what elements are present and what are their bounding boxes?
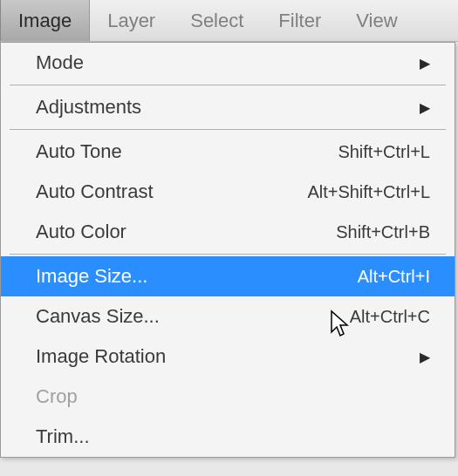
chevron-right-icon: ▶ — [420, 99, 430, 116]
menu-item-mode[interactable]: Mode ▶ — [1, 43, 455, 83]
menubar: Image Layer Select Filter View — [0, 0, 458, 42]
menu-item-auto-tone[interactable]: Auto Tone Shift+Ctrl+L — [1, 132, 455, 172]
menu-item-image-size[interactable]: Image Size... Alt+Ctrl+I — [1, 256, 455, 296]
menu-item-adjustments[interactable]: Adjustments ▶ — [1, 87, 455, 127]
menubar-label: Filter — [278, 10, 321, 32]
menubar-label: Select — [190, 10, 243, 32]
menubar-item-layer[interactable]: Layer — [90, 0, 173, 41]
menubar-item-filter[interactable]: Filter — [261, 0, 338, 41]
menu-label: Auto Contrast — [36, 180, 154, 203]
menu-label: Canvas Size... — [36, 305, 160, 328]
menu-label: Image Rotation — [36, 345, 166, 368]
chevron-right-icon: ▶ — [420, 55, 430, 71]
menu-item-crop: Crop — [1, 377, 455, 417]
menu-item-auto-color[interactable]: Auto Color Shift+Ctrl+B — [1, 212, 455, 252]
dropdown-menu: Mode ▶ Adjustments ▶ Auto Tone Shift+Ctr… — [0, 42, 455, 458]
menubar-label: View — [356, 10, 397, 32]
menubar-item-view[interactable]: View — [338, 0, 414, 41]
menu-shortcut: Shift+Ctrl+B — [336, 222, 430, 242]
menu-label: Crop — [36, 385, 78, 408]
menu-shortcut: Alt+Ctrl+C — [350, 307, 430, 327]
menu-shortcut: Shift+Ctrl+L — [338, 142, 430, 162]
separator — [10, 85, 446, 85]
menu-label: Trim... — [36, 425, 90, 448]
separator — [10, 254, 446, 255]
menu-label: Auto Tone — [36, 140, 122, 163]
chevron-right-icon: ▶ — [420, 349, 430, 365]
menu-label: Mode — [36, 51, 84, 74]
menu-item-auto-contrast[interactable]: Auto Contrast Alt+Shift+Ctrl+L — [1, 172, 455, 212]
menu-shortcut: Alt+Shift+Ctrl+L — [307, 182, 430, 202]
separator — [10, 129, 446, 130]
menu-label: Image Size... — [36, 265, 147, 288]
menubar-item-select[interactable]: Select — [173, 0, 261, 41]
menubar-item-image[interactable]: Image — [0, 0, 90, 41]
menubar-label: Image — [18, 10, 72, 32]
menu-item-trim[interactable]: Trim... — [1, 417, 455, 457]
menu-label: Auto Color — [36, 221, 126, 243]
menubar-label: Layer — [107, 10, 155, 32]
menu-label: Adjustments — [36, 96, 141, 119]
menu-item-image-rotation[interactable]: Image Rotation ▶ — [1, 337, 455, 377]
menu-shortcut: Alt+Ctrl+I — [358, 267, 430, 287]
menu-item-canvas-size[interactable]: Canvas Size... Alt+Ctrl+C — [1, 296, 455, 337]
